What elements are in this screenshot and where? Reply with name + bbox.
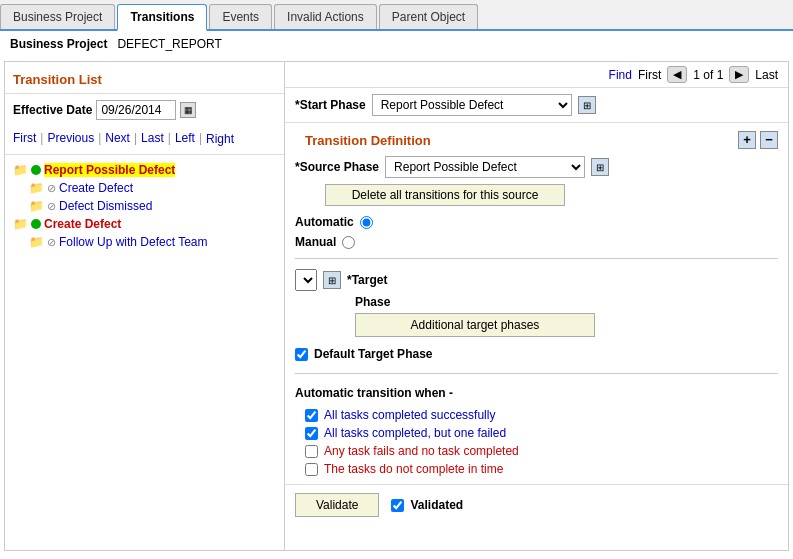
item-label: Report Possible Defect <box>44 163 175 177</box>
item-label: Follow Up with Defect Team <box>59 235 208 249</box>
left-panel: Transition List Effective Date ▦ First |… <box>5 62 285 550</box>
folder-icon: 📁 <box>29 199 44 213</box>
phase-label: Phase <box>355 295 778 309</box>
manual-radio-row: Manual <box>285 232 788 252</box>
validated-row: Validated <box>391 498 463 512</box>
nav-prev-btn[interactable]: ◀ <box>667 66 687 83</box>
tab-parent-object[interactable]: Parent Object <box>379 4 478 29</box>
source-phase-label: *Source Phase <box>295 160 379 174</box>
eff-date-label: Effective Date <box>13 103 92 117</box>
plus-minus-buttons: + − <box>738 131 778 149</box>
checkbox-row-3: Any task fails and no task completed <box>295 442 778 460</box>
checkbox-all-completed-one-failed[interactable] <box>305 427 318 440</box>
target-header: ▼ ⊞ *Target <box>295 269 778 291</box>
start-phase-select[interactable]: Report Possible Defect <box>372 94 572 116</box>
transition-definition-section: Transition Definition + − *Source Phase … <box>285 123 788 525</box>
item-label: Create Defect <box>44 217 121 231</box>
source-phase-select[interactable]: Report Possible Defect <box>385 156 585 178</box>
tab-invalid-actions[interactable]: Invalid Actions <box>274 4 377 29</box>
list-item[interactable]: 📁 ⊘ Follow Up with Defect Team <box>13 233 276 251</box>
nav-previous[interactable]: Previous <box>47 131 94 145</box>
right-header-row: Find First ◀ 1 of 1 ▶ Last <box>285 62 788 88</box>
dot-green-icon <box>31 165 41 175</box>
tab-events[interactable]: Events <box>209 4 272 29</box>
list-item[interactable]: 📁 Create Defect <box>13 215 276 233</box>
manual-label: Manual <box>295 235 336 249</box>
list-item[interactable]: 📁 ⊘ Defect Dismissed <box>13 197 276 215</box>
nav-right[interactable]: Right <box>206 130 234 146</box>
item-label: Defect Dismissed <box>59 199 152 213</box>
folder-icon: 📁 <box>29 181 44 195</box>
start-phase-row: *Start Phase Report Possible Defect ⊞ <box>285 88 788 123</box>
default-target-label: Default Target Phase <box>314 347 432 361</box>
default-target-checkbox[interactable] <box>295 348 308 361</box>
tabs-bar: Business Project Transitions Events Inva… <box>0 0 793 31</box>
remove-transition-btn[interactable]: − <box>760 131 778 149</box>
validate-button[interactable]: Validate <box>295 493 379 517</box>
item-label: Create Defect <box>59 181 133 195</box>
target-icon-btn[interactable]: ⊞ <box>323 271 341 289</box>
delete-transitions-btn[interactable]: Delete all transitions for this source <box>325 184 565 206</box>
add-transition-btn[interactable]: + <box>738 131 756 149</box>
folder-icon: 📁 <box>29 235 44 249</box>
target-dropdown[interactable]: ▼ <box>295 269 317 291</box>
nav-first[interactable]: First <box>13 131 36 145</box>
trans-def-title: Transition Definition <box>295 127 441 152</box>
manual-radio[interactable] <box>342 236 355 249</box>
nav-last[interactable]: Last <box>141 131 164 145</box>
nav-links: First | Previous | Next | Last | Left | … <box>5 126 284 150</box>
list-item[interactable]: 📁 Report Possible Defect <box>13 161 276 179</box>
label-all-tasks-completed: All tasks completed successfully <box>324 408 495 422</box>
auto-transition-section: Automatic transition when - All tasks co… <box>285 380 788 484</box>
automatic-radio[interactable] <box>360 216 373 229</box>
target-section: ▼ ⊞ *Target Phase Additional target phas… <box>285 265 788 341</box>
label-any-task-fails: Any task fails and no task completed <box>324 444 519 458</box>
additional-target-phases-btn[interactable]: Additional target phases <box>355 313 595 337</box>
default-target-row: Default Target Phase <box>285 341 788 367</box>
effective-date-input[interactable] <box>96 100 176 120</box>
checkbox-any-task-fails[interactable] <box>305 445 318 458</box>
header-label: Business Project <box>10 37 107 51</box>
start-phase-label: *Start Phase <box>295 98 366 112</box>
list-item[interactable]: 📁 ⊘ Create Defect <box>13 179 276 197</box>
validate-row: Validate Validated <box>285 484 788 525</box>
transition-list-title: Transition List <box>5 68 284 94</box>
start-phase-icon-btn[interactable]: ⊞ <box>578 96 596 114</box>
folder-icon: 📁 <box>13 217 28 231</box>
nav-next-btn[interactable]: ▶ <box>729 66 749 83</box>
dot-green-icon <box>31 219 41 229</box>
nav-next[interactable]: Next <box>105 131 130 145</box>
tab-business-project[interactable]: Business Project <box>0 4 115 29</box>
nav-left[interactable]: Left <box>175 131 195 145</box>
checkbox-row-4: The tasks do not complete in time <box>295 460 778 478</box>
find-button[interactable]: Find <box>609 68 632 82</box>
validated-label: Validated <box>410 498 463 512</box>
slash-icon: ⊘ <box>47 182 56 195</box>
tab-transitions[interactable]: Transitions <box>117 4 207 31</box>
main-container: Transition List Effective Date ▦ First |… <box>4 61 789 551</box>
checkbox-row-1: All tasks completed successfully <box>295 406 778 424</box>
source-phase-icon-btn[interactable]: ⊞ <box>591 158 609 176</box>
eff-date-row: Effective Date ▦ <box>5 94 284 126</box>
label-tasks-no-complete: The tasks do not complete in time <box>324 462 503 476</box>
slash-icon: ⊘ <box>47 200 56 213</box>
folder-icon: 📁 <box>13 163 28 177</box>
source-phase-row: *Source Phase Report Possible Defect ⊞ <box>285 152 788 182</box>
slash-icon: ⊘ <box>47 236 56 249</box>
page-header: Business Project DEFECT_REPORT <box>0 31 793 57</box>
header-value: DEFECT_REPORT <box>117 37 221 51</box>
right-panel: Find First ◀ 1 of 1 ▶ Last *Start Phase … <box>285 62 788 550</box>
tree-area: 📁 Report Possible Defect 📁 ⊘ Create Defe… <box>5 154 284 257</box>
validated-checkbox[interactable] <box>391 499 404 512</box>
divider <box>295 258 778 259</box>
automatic-radio-row: Automatic <box>285 212 788 232</box>
divider2 <box>295 373 778 374</box>
label-all-completed-one-failed: All tasks completed, but one failed <box>324 426 506 440</box>
checkbox-row-2: All tasks completed, but one failed <box>295 424 778 442</box>
target-label: *Target <box>347 273 387 287</box>
last-label: Last <box>755 68 778 82</box>
calendar-icon[interactable]: ▦ <box>180 102 196 118</box>
checkbox-all-tasks-completed[interactable] <box>305 409 318 422</box>
checkbox-tasks-no-complete[interactable] <box>305 463 318 476</box>
page-info: 1 of 1 <box>693 68 723 82</box>
